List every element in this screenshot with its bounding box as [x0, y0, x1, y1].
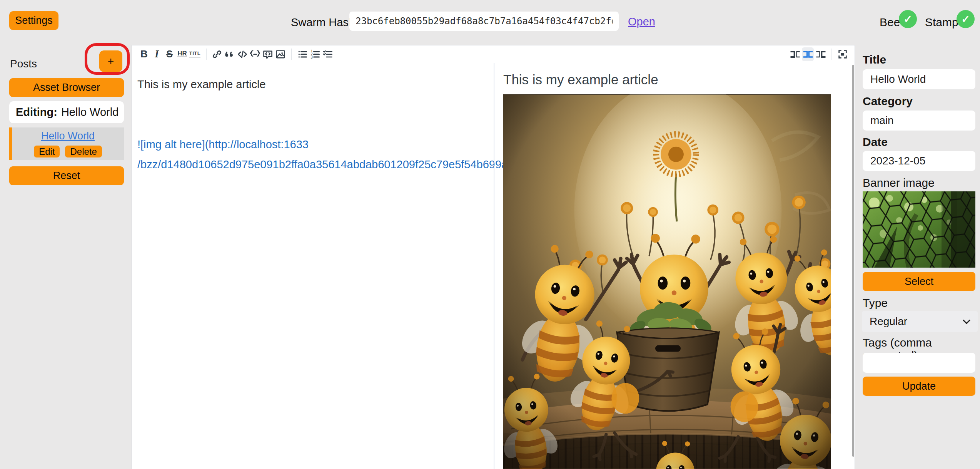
link-icon[interactable] [211, 47, 223, 61]
posts-heading: Posts [10, 58, 37, 70]
view-controls [789, 47, 849, 61]
asset-browser-button[interactable]: Asset Browser [9, 78, 124, 97]
italic-icon[interactable]: I [151, 47, 163, 61]
image-icon[interactable] [274, 47, 286, 61]
markdown-source-editor[interactable]: This is my example article ![img alt her… [132, 64, 493, 469]
markdown-editor: B I S HR TITL [132, 45, 855, 469]
post-list-item: Hello World Edit Delete [9, 127, 124, 160]
toolbar-separator [291, 49, 292, 60]
article-image [503, 94, 831, 469]
editing-indicator: Editing: Hello World [9, 101, 124, 123]
fullscreen-icon[interactable] [836, 47, 848, 61]
reset-button[interactable]: Reset [9, 166, 124, 185]
stamp-check-icon: ✓ [957, 10, 975, 28]
open-link[interactable]: Open [628, 15, 655, 28]
toolbar-separator [831, 49, 832, 60]
tags-input[interactable] [863, 353, 975, 373]
select-banner-button[interactable]: Select [863, 272, 975, 291]
ordered-list-icon[interactable]: 1 2 3 [309, 47, 321, 61]
category-input[interactable] [863, 111, 975, 131]
delete-post-button[interactable]: Delete [65, 146, 102, 157]
bee-status-label: Bee [880, 16, 900, 29]
type-selected-value: Regular [870, 315, 907, 328]
preview-scrollbar[interactable] [852, 65, 854, 457]
image-markdown-line: /bzz/d1480d10652d975e091b2ffa0a35614abda… [137, 154, 488, 174]
editor-empty-lines [137, 94, 488, 134]
settings-button[interactable]: Settings [9, 11, 58, 30]
horizontal-rule-icon[interactable]: HR [177, 50, 187, 58]
swarm-hash-input[interactable] [349, 12, 619, 31]
banner-image-thumbnail[interactable] [863, 191, 975, 268]
strikethrough-icon[interactable]: S [164, 47, 175, 61]
comment-icon[interactable] [262, 47, 274, 61]
title-label: Title [863, 53, 886, 66]
swarm-hash-label: Swarm Hash [291, 16, 355, 29]
editor-view-icon[interactable] [789, 47, 801, 61]
type-label: Type [863, 296, 888, 310]
split-view-icon[interactable] [802, 47, 814, 61]
chevron-down-icon [963, 317, 970, 324]
image-markdown-line: ![img alt here](http://localhost:1633 [137, 134, 488, 154]
task-list-icon[interactable] [322, 47, 334, 61]
preview-paragraph: This is my example article [503, 71, 843, 88]
category-label: Category [863, 95, 913, 108]
date-input[interactable] [863, 151, 975, 171]
preview-view-icon[interactable] [815, 47, 826, 61]
post-title-link[interactable]: Hello World [41, 130, 95, 142]
toolbar-separator [206, 49, 207, 60]
title-icon[interactable]: TITL [189, 51, 200, 57]
type-select[interactable]: Regular [862, 311, 978, 332]
add-post-button[interactable]: + [99, 50, 122, 72]
editor-line: This is my example article [137, 74, 488, 94]
bold-icon[interactable]: B [138, 47, 150, 61]
update-button[interactable]: Update [863, 377, 975, 396]
svg-text:3: 3 [311, 55, 313, 59]
title-input[interactable] [863, 69, 975, 89]
date-label: Date [863, 136, 888, 149]
unordered-list-icon[interactable] [296, 47, 308, 61]
editor-toolbar: B I S HR TITL [132, 45, 855, 63]
banner-image-label: Banner image [863, 176, 935, 189]
editing-title: Hello World [61, 106, 119, 119]
quote-icon[interactable] [224, 47, 235, 61]
markdown-preview: This is my example article [494, 64, 852, 469]
editing-prefix: Editing: [16, 106, 57, 119]
code-block-icon[interactable] [249, 47, 261, 61]
edit-post-button[interactable]: Edit [34, 146, 60, 157]
stamp-status-label: Stamp [925, 16, 958, 29]
code-icon[interactable] [236, 47, 248, 61]
bee-check-icon: ✓ [899, 10, 917, 28]
post-actions: Edit Delete [34, 146, 102, 157]
